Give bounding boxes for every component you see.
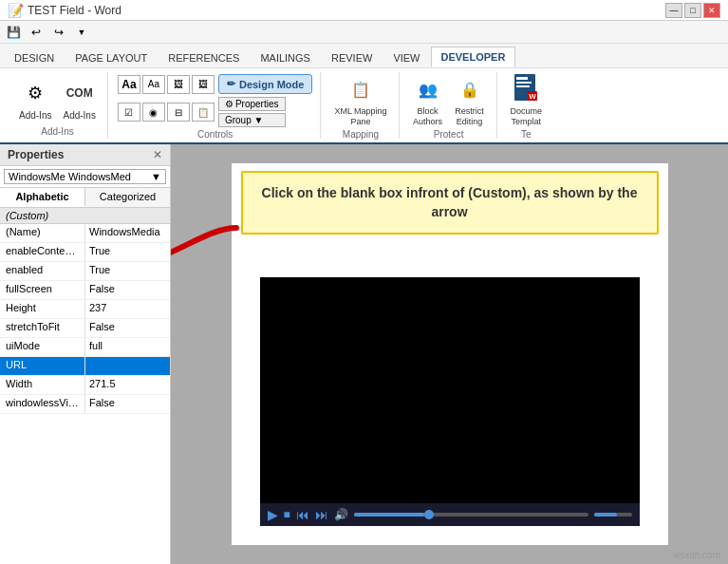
properties-label: Properties	[235, 99, 279, 109]
tab-categorized[interactable]: Categorized	[85, 188, 170, 207]
properties-panel: Properties ✕ WindowsMe WindowsMed ▼ Alph…	[0, 144, 171, 564]
tab-page-layout[interactable]: PAGE LAYOUT	[65, 47, 158, 67]
ctrl-btn1[interactable]: ⊟	[167, 103, 190, 122]
object-select[interactable]: WindowsMe WindowsMed ▼	[4, 169, 166, 184]
main-layout: Properties ✕ WindowsMe WindowsMed ▼ Alph…	[0, 144, 728, 564]
video-progress-thumb	[424, 510, 434, 519]
prop-key: windowlessVide	[0, 395, 85, 413]
properties-title: Properties	[8, 148, 64, 161]
protect-items: 👥 BlockAuthors 🔒 RestrictEditing	[409, 72, 489, 129]
xml-mapping-button[interactable]: 📋 XML MappingPane	[330, 72, 390, 129]
templates-group-label: Te	[521, 129, 532, 141]
table-row[interactable]: uiModefull	[0, 338, 170, 357]
watermark: wsxdn.com	[673, 550, 720, 560]
svg-rect-2	[516, 82, 532, 84]
minimize-button[interactable]: —	[665, 3, 682, 18]
arrow-graphic	[171, 218, 241, 285]
properties-dropdown-row: WindowsMe WindowsMed ▼	[0, 166, 170, 188]
ctrl-aa-small[interactable]: Aa	[142, 75, 165, 94]
play-button[interactable]: ▶	[268, 507, 278, 522]
group-button[interactable]: Group ▼	[218, 113, 286, 127]
prop-key: Height	[0, 300, 85, 318]
volume-fill	[594, 513, 617, 517]
tab-alphabetic[interactable]: Alphabetic	[0, 188, 85, 207]
ctrl-btn2[interactable]: 📋	[192, 103, 215, 122]
com-label: Add-Ins	[63, 110, 95, 122]
prop-key: fullScreen	[0, 281, 85, 299]
properties-close-button[interactable]: ✕	[153, 148, 162, 161]
stop-button[interactable]: ■	[284, 508, 290, 521]
document-template-button[interactable]: W DocumeTemplat	[507, 72, 547, 129]
volume-button[interactable]: 🔊	[334, 508, 348, 521]
ribbon-tabs: DESIGN PAGE LAYOUT REFERENCES MAILINGS R…	[0, 44, 728, 68]
ctrl-icons-bottom: ☑ ◉ ⊟ 📋	[118, 103, 215, 122]
properties-header: Properties ✕	[0, 144, 170, 166]
table-row[interactable]: (Name)WindowsMedia	[0, 224, 170, 243]
tab-mailings[interactable]: MAILINGS	[250, 47, 321, 67]
save-icon[interactable]: 💾	[4, 23, 23, 42]
table-row[interactable]: stretchToFitFalse	[0, 319, 170, 338]
tab-developer[interactable]: DEVELOPER	[431, 47, 516, 67]
prop-value	[85, 357, 170, 375]
protect-group-label: Protect	[434, 129, 464, 141]
restrict-editing-button[interactable]: 🔒 RestrictEditing	[451, 72, 489, 129]
properties-button[interactable]: ⚙ Properties	[218, 97, 286, 111]
customize-icon[interactable]: ▼	[72, 23, 91, 42]
ctrl-check2[interactable]: ◉	[142, 103, 165, 122]
volume-bar[interactable]	[594, 513, 632, 517]
table-row[interactable]: enabledTrue	[0, 262, 170, 281]
table-row[interactable]: enableContextMTrue	[0, 243, 170, 262]
block-authors-label: BlockAuthors	[413, 106, 442, 127]
controls-group-label: Controls	[118, 127, 312, 140]
block-authors-icon: 👥	[413, 74, 443, 104]
prop-key: uiMode	[0, 338, 85, 356]
design-mode-icon: ✏	[227, 78, 235, 90]
tab-view[interactable]: VIEW	[383, 47, 430, 67]
design-mode-button[interactable]: ✏ Design Mode	[218, 74, 312, 94]
video-progress[interactable]	[354, 513, 588, 517]
table-row[interactable]: Height237	[0, 300, 170, 319]
ribbon-group-templates: W DocumeTemplat Te	[499, 72, 554, 139]
props-custom-row: (Custom)	[0, 208, 170, 224]
title-bar-controls[interactable]: — □ ✕	[665, 3, 720, 18]
annotation-text: Click on the blank box infront of (Custo…	[262, 185, 638, 219]
prop-key: Width	[0, 376, 85, 394]
prop-value: True	[85, 243, 170, 261]
ctrl-check1[interactable]: ☑	[118, 103, 140, 122]
mapping-items: 📋 XML MappingPane	[330, 72, 390, 129]
prev-button[interactable]: ⏮	[296, 507, 309, 522]
tab-design[interactable]: DESIGN	[4, 47, 65, 67]
prop-value: False	[85, 319, 170, 337]
next-button[interactable]: ⏭	[315, 507, 328, 522]
ribbon-group-addins: ⚙ Add-Ins COM Add-Ins Add-Ins	[8, 72, 108, 139]
close-button[interactable]: ✕	[703, 3, 720, 18]
tab-review[interactable]: REVIEW	[321, 47, 383, 67]
ctrl-img2[interactable]: 🖼	[192, 75, 215, 94]
video-controls: ▶ ■ ⏮ ⏭ 🔊	[260, 503, 640, 526]
ctrl-img[interactable]: 🖼	[167, 75, 190, 94]
undo-icon[interactable]: ↩	[27, 23, 46, 42]
addins-button[interactable]: ⚙ Add-Ins	[15, 76, 55, 123]
ctrl-aa-large[interactable]: Aa	[118, 75, 140, 94]
redo-icon[interactable]: ↪	[49, 23, 68, 42]
prop-key: URL	[0, 357, 85, 375]
table-row[interactable]: URL	[0, 357, 170, 376]
title-bar-left: 📝 TEST Field - Word	[8, 3, 121, 18]
table-row[interactable]: fullScreenFalse	[0, 281, 170, 300]
block-authors-button[interactable]: 👥 BlockAuthors	[409, 72, 447, 129]
prop-key: enableContextM	[0, 243, 85, 261]
ribbon-content: ⚙ Add-Ins COM Add-Ins Add-Ins Aa Aa 🖼 🖼	[0, 68, 728, 144]
prop-value: False	[85, 281, 170, 299]
maximize-button[interactable]: □	[684, 3, 701, 18]
xml-mapping-icon: 📋	[345, 74, 376, 104]
addins-icon: ⚙	[20, 78, 50, 108]
addins-items: ⚙ Add-Ins COM Add-Ins	[15, 72, 100, 126]
window-title: TEST Field - Word	[28, 4, 121, 17]
com-addins-button[interactable]: COM Add-Ins	[59, 76, 99, 123]
svg-rect-1	[516, 77, 528, 80]
xml-mapping-label: XML MappingPane	[334, 106, 386, 127]
table-row[interactable]: windowlessVideFalse	[0, 395, 170, 414]
table-row[interactable]: Width271.5	[0, 376, 170, 395]
svg-rect-3	[516, 85, 530, 87]
tab-references[interactable]: REFERENCES	[158, 47, 250, 67]
